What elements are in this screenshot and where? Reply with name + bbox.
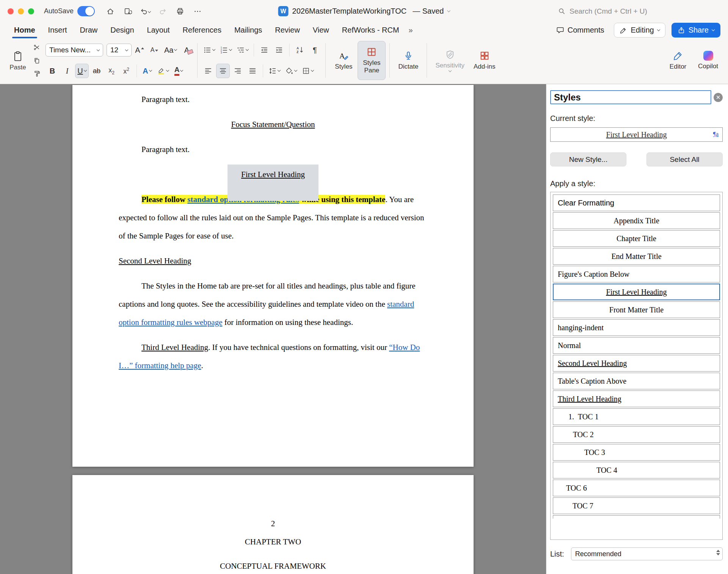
italic-button[interactable]: I <box>60 64 74 78</box>
chapter-label[interactable]: CHAPTER TWO <box>119 533 427 551</box>
align-center-button[interactable] <box>216 64 230 78</box>
show-paragraph-marks-button[interactable]: ¶ <box>308 43 322 57</box>
more-commands-button[interactable] <box>190 5 205 18</box>
addins-button[interactable]: Add-ins <box>469 41 500 80</box>
style-item-toc-3[interactable]: TOC 3 <box>553 444 720 461</box>
format-painter-button[interactable] <box>30 68 43 79</box>
styles-paragraph[interactable]: The Styles in the Home tab are pre-set f… <box>119 277 427 331</box>
style-item-toc-1[interactable]: 1. TOC 1 <box>553 408 720 425</box>
current-style-box[interactable]: First Level Heading ¶a <box>550 127 723 142</box>
change-case-button[interactable]: Aa <box>162 43 179 57</box>
align-right-button[interactable] <box>231 64 245 78</box>
clear-formatting-button[interactable]: A <box>180 43 193 57</box>
styles-pane-button[interactable]: StylesPane <box>358 41 386 80</box>
style-item-toc-7[interactable]: TOC 7 <box>553 497 720 514</box>
tab-refworks-rcm[interactable]: RefWorks - RCM <box>336 24 406 37</box>
select-all-button[interactable]: Select All <box>646 152 723 166</box>
tab-insert[interactable]: Insert <box>42 24 74 37</box>
close-window-button[interactable] <box>8 8 14 14</box>
autosave-toggle[interactable] <box>77 6 95 16</box>
justify-button[interactable] <box>246 64 259 78</box>
comments-button[interactable]: Comments <box>552 24 608 37</box>
style-item-toc-2[interactable]: TOC 2 <box>553 426 720 443</box>
dictate-button[interactable]: Dictate <box>394 41 423 80</box>
style-item-figures-caption-below[interactable]: Figure's Caption Below <box>553 266 720 282</box>
tab-overflow-button[interactable]: » <box>406 26 415 35</box>
close-pane-button[interactable]: ✕ <box>714 93 723 102</box>
shrink-font-button[interactable]: A <box>147 43 161 57</box>
list-filter-dropdown[interactable]: Recommended <box>571 547 723 560</box>
font-name-combo[interactable]: Times New... <box>46 44 103 56</box>
font-color-button[interactable]: A <box>172 64 185 78</box>
numbering-button[interactable]: 123 <box>218 43 234 57</box>
style-item-normal[interactable]: Normal <box>553 337 720 354</box>
bold-button[interactable]: B <box>46 64 59 78</box>
superscript-button[interactable]: x2 <box>119 64 133 78</box>
styles-pane-title-field[interactable]: Styles <box>550 90 711 104</box>
tab-layout[interactable]: Layout <box>141 24 176 37</box>
style-item-hanging-indent[interactable]: hanging-indent <box>553 319 720 336</box>
style-item-clear-formatting[interactable]: Clear Formatting <box>553 194 720 211</box>
style-item-toc-6[interactable]: TOC 6 <box>553 480 720 496</box>
tab-draw[interactable]: Draw <box>74 24 104 37</box>
paragraph[interactable]: Paragraph text. <box>119 140 427 158</box>
copy-button[interactable] <box>30 55 43 66</box>
paste-button[interactable]: Paste <box>6 41 30 80</box>
print-button[interactable] <box>173 5 187 18</box>
style-item-toc-4[interactable]: TOC 4 <box>553 462 720 478</box>
borders-button[interactable] <box>300 64 315 78</box>
home-button[interactable] <box>103 5 118 18</box>
style-item-third-level-heading[interactable]: Third Level Heading <box>553 391 720 407</box>
subscript-button[interactable]: x2 <box>105 64 118 78</box>
sort-button[interactable]: AZ <box>293 43 307 57</box>
style-item-appendix-title[interactable]: Appendix Title <box>553 212 720 229</box>
styles-button[interactable]: A Styles <box>329 41 358 80</box>
chapter-title[interactable]: CONCEPTUAL FRAMEWORK <box>119 557 427 574</box>
multilevel-list-button[interactable] <box>235 43 250 57</box>
style-item-front-matter-title[interactable]: Front Matter Title <box>553 301 720 318</box>
first-level-heading[interactable]: First Level Heading <box>119 165 427 183</box>
new-style-button[interactable]: New Style... <box>550 152 626 166</box>
text-effects-button[interactable]: A <box>140 64 154 78</box>
paragraph[interactable]: Paragraph text. <box>119 90 427 108</box>
undo-button[interactable] <box>138 5 152 18</box>
document-title-area[interactable]: W 2026MasterTemplateWorkingTOC — Saved <box>278 6 450 16</box>
tab-references[interactable]: References <box>176 24 228 37</box>
tab-view[interactable]: View <box>306 24 336 37</box>
document-page-1[interactable]: Paragraph text. Focus Statement/Question… <box>72 85 474 467</box>
shading-button[interactable] <box>283 64 299 78</box>
second-level-heading[interactable]: Second Level Heading <box>119 252 427 270</box>
copilot-button[interactable]: Copilot <box>693 49 723 72</box>
grow-font-button[interactable]: A <box>133 43 146 57</box>
editing-mode-button[interactable]: Editing <box>614 23 665 38</box>
zoom-window-button[interactable] <box>28 8 34 14</box>
title-dropdown-icon[interactable] <box>447 9 450 12</box>
highlight-button[interactable] <box>155 64 171 78</box>
undo-dropdown-icon[interactable] <box>148 9 151 13</box>
bullets-button[interactable] <box>201 43 217 57</box>
strikethrough-button[interactable]: ab <box>90 64 104 78</box>
decrease-indent-button[interactable] <box>257 43 271 57</box>
editor-button[interactable]: Editor <box>664 49 692 72</box>
tab-mailings[interactable]: Mailings <box>228 24 268 37</box>
sensitivity-button[interactable]: Sensitivity <box>431 41 469 80</box>
align-left-button[interactable] <box>201 64 215 78</box>
third-level-paragraph[interactable]: Third Level Heading. If you have technic… <box>119 338 427 375</box>
search-input[interactable] <box>569 7 660 16</box>
style-item-second-level-heading[interactable]: Second Level Heading <box>553 355 720 372</box>
titlebar-search[interactable] <box>558 7 660 16</box>
save-button[interactable] <box>121 5 135 18</box>
line-spacing-button[interactable] <box>267 64 282 78</box>
style-item-first-level-heading[interactable]: First Level Heading <box>553 284 720 300</box>
style-item-chapter-title[interactable]: Chapter Title <box>553 230 720 247</box>
tab-home[interactable]: Home <box>8 24 42 37</box>
tab-design[interactable]: Design <box>104 24 140 37</box>
minimize-window-button[interactable] <box>18 8 24 14</box>
focus-statement-heading[interactable]: Focus Statement/Question <box>119 115 427 133</box>
style-item-tables-caption-above[interactable]: Table's Caption Above <box>553 373 720 389</box>
tab-review[interactable]: Review <box>268 24 306 37</box>
font-size-combo[interactable]: 12 <box>107 44 132 56</box>
increase-indent-button[interactable] <box>272 43 286 57</box>
share-button[interactable]: Share <box>672 23 720 38</box>
underline-button[interactable]: U <box>75 64 89 78</box>
